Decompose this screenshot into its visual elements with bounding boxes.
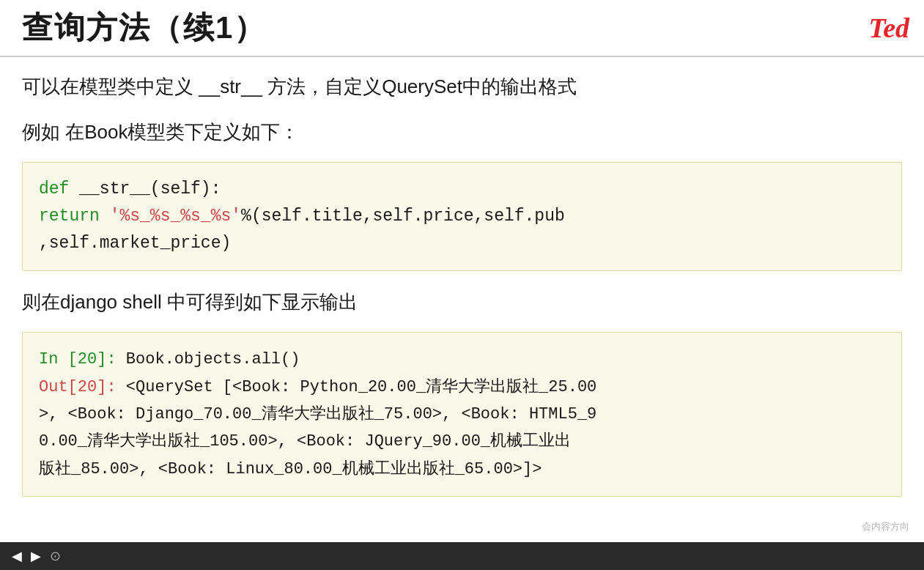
code-block-str: def __str__(self): return '%s_%s_%s_%s'%… <box>22 162 902 270</box>
shell-out-label: Out[20]: <box>39 378 117 396</box>
code-return-rest: %(self.title,self.price,self.pub <box>241 207 565 226</box>
bottom-bar: ◀ ▶ ⊙ <box>0 542 924 570</box>
shell-output-block: In [20]: Book.objects.all() Out[20]: <Qu… <box>22 332 902 497</box>
main-content: 可以在模型类中定义 __str__ 方法，自定义QuerySet中的输出格式 例… <box>0 57 924 523</box>
shell-in-line: In [20]: Book.objects.all() <box>39 346 885 373</box>
shell-in-label: In [20]: <box>39 350 117 369</box>
shell-out-line: Out[20]: <QuerySet [<Book: Python_20.00_… <box>39 374 885 484</box>
paragraph-2: 例如 在Book模型类下定义如下： <box>22 117 902 148</box>
code-string: '%s_%s_%s_%s' <box>110 207 241 226</box>
code-continuation: ,self.market_price) <box>39 234 231 253</box>
prev-icon[interactable]: ◀ <box>12 548 22 564</box>
shell-out-text: <QuerySet [<Book: Python_20.00_清华大学出版社_2… <box>39 378 596 478</box>
code-line-3: ,self.market_price) <box>39 230 885 257</box>
code-def-rest: __str__(self): <box>69 179 221 199</box>
watermark: 会内容方向 <box>862 520 909 533</box>
code-line-2: return '%s_%s_%s_%s'%(self.title,self.pr… <box>39 203 885 230</box>
page-title: 查询方法（续1） <box>22 7 266 48</box>
code-return-kw: return <box>39 207 100 226</box>
code-return-space <box>100 207 110 226</box>
code-def-kw: def <box>39 179 69 199</box>
paragraph-3: 则在django shell 中可得到如下显示输出 <box>22 287 902 318</box>
header: 查询方法（续1） Ted <box>0 0 924 57</box>
next-icon[interactable]: ▶ <box>31 548 41 564</box>
ted-logo: Ted <box>868 12 909 44</box>
paragraph-1: 可以在模型类中定义 __str__ 方法，自定义QuerySet中的输出格式 <box>22 72 902 103</box>
menu-icon[interactable]: ⊙ <box>50 548 61 564</box>
shell-in-code: Book.objects.all() <box>117 350 300 369</box>
code-line-1: def __str__(self): <box>39 176 885 203</box>
